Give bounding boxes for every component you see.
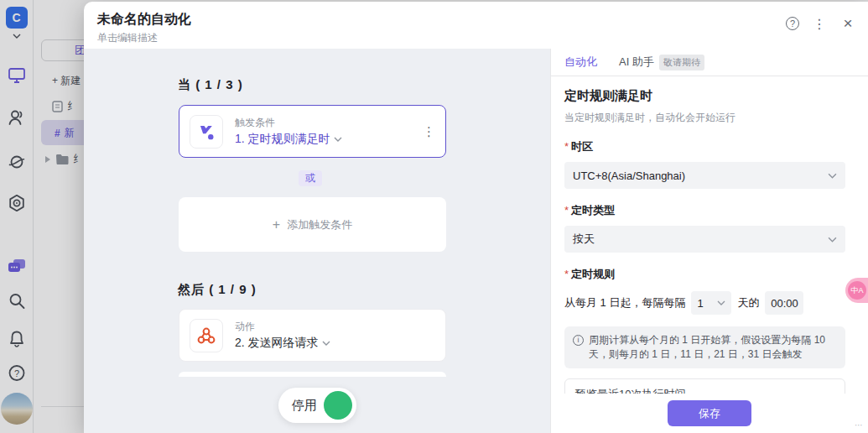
add-trigger-button[interactable]: + 添加触发条件 <box>179 197 446 252</box>
next-card-peek <box>179 372 446 377</box>
action-title[interactable]: 2. 发送网络请求 <box>235 336 319 351</box>
timezone-label: *时区 <box>564 139 845 154</box>
coming-soon-badge: 敬请期待 <box>659 55 704 70</box>
action-node-card[interactable]: 动作 2. 发送网络请求 <box>179 309 446 362</box>
interval-select[interactable]: 1 <box>691 291 731 315</box>
or-badge: 或 <box>299 170 322 186</box>
chevron-down-icon <box>828 173 837 179</box>
schedule-rule-label: *定时规则 <box>564 267 845 282</box>
edit-description-hint[interactable]: 单击编辑描述 <box>97 31 158 45</box>
panel-description: 当定时规则满足时，自动化会开始运行 <box>564 111 845 125</box>
rule-unit: 天的 <box>737 295 759 310</box>
enable-toggle[interactable]: 停用 <box>278 388 356 423</box>
modal-header: 未命名的自动化 单击编辑描述 ? ⋮ × <box>84 2 868 49</box>
automation-title[interactable]: 未命名的自动化 <box>97 11 191 29</box>
chevron-down-icon <box>322 341 330 346</box>
schedule-type-label: *定时类型 <box>564 203 845 218</box>
rule-info-box: i 周期计算从每个月的 1 日开始算，假设设置为每隔 10 天，则每月的 1 日… <box>564 326 845 368</box>
time-input[interactable]: 00:00 <box>765 291 803 315</box>
schedule-rule-row: 从每月 1 日起，每隔每隔 1 天的 00:00 <box>564 291 845 315</box>
trigger-node-card[interactable]: 触发条件 1. 定时规则满足时 ⋮ <box>179 105 446 158</box>
preview-title: 预览最近10次执行时间 <box>575 387 834 394</box>
translate-widget[interactable]: 中A <box>845 278 868 303</box>
trigger-title[interactable]: 1. 定时规则满足时 <box>235 132 330 147</box>
tab-automation[interactable]: 自动化 <box>564 55 597 70</box>
save-button[interactable]: 保存 <box>668 400 751 426</box>
modal-help-icon[interactable]: ? <box>786 17 799 30</box>
panel-tabbar: 自动化 AI 助手 敬请期待 <box>551 49 868 76</box>
chevron-down-icon <box>828 237 837 243</box>
modal-more-icon[interactable]: ⋮ <box>811 15 828 32</box>
panel-heading: 定时规则满足时 <box>564 88 845 104</box>
config-panel: 自动化 AI 助手 敬请期待 定时规则满足时 当定时规则满足时，自动化会开始运行… <box>550 49 868 433</box>
toggle-knob-on[interactable] <box>324 391 352 420</box>
panel-footer: 保存 <box>551 394 868 433</box>
corner-dots: ⋯ <box>855 420 863 430</box>
webhook-action-icon <box>190 319 223 352</box>
translate-icon: 中A <box>848 281 866 300</box>
toggle-label: 停用 <box>292 398 317 414</box>
info-icon: i <box>573 335 584 346</box>
trigger-kicker: 触发条件 <box>235 116 423 130</box>
timezone-select[interactable]: UTC+8(Asia/Shanghai) <box>564 162 845 189</box>
automation-canvas: 当 ( 1 / 3 ) 触发条件 1. 定时规则满足时 ⋮ 或 + 添加触发条件 <box>84 49 550 433</box>
automation-editor-modal: 未命名的自动化 单击编辑描述 ? ⋮ × 当 ( 1 / 3 ) 触发条件 1.… <box>84 2 868 433</box>
panel-content: 定时规则满足时 当定时规则满足时，自动化会开始运行 *时区 UTC+8(Asia… <box>551 76 868 394</box>
chevron-down-icon <box>717 300 725 305</box>
schedule-type-select[interactable]: 按天 <box>564 226 845 253</box>
then-heading: 然后 ( 1 / 9 ) <box>178 282 257 298</box>
trigger-more-icon[interactable]: ⋮ <box>423 125 435 138</box>
chevron-down-icon <box>334 137 342 142</box>
rule-info-text: 周期计算从每个月的 1 日开始算，假设设置为每隔 10 天，则每月的 1 日，1… <box>589 333 837 362</box>
action-kicker: 动作 <box>235 320 435 334</box>
preview-box: 预览最近10次执行时间 2024-09-16 00:00 UTC+8(Asia/… <box>564 378 845 394</box>
modal-close-icon[interactable]: × <box>839 15 856 32</box>
tab-ai-assistant[interactable]: AI 助手 敬请期待 <box>619 55 704 70</box>
rule-prefix: 从每月 1 日起，每隔每隔 <box>564 295 685 310</box>
timer-trigger-icon <box>190 115 223 149</box>
plus-icon: + <box>273 217 280 232</box>
when-heading: 当 ( 1 / 3 ) <box>178 77 243 93</box>
